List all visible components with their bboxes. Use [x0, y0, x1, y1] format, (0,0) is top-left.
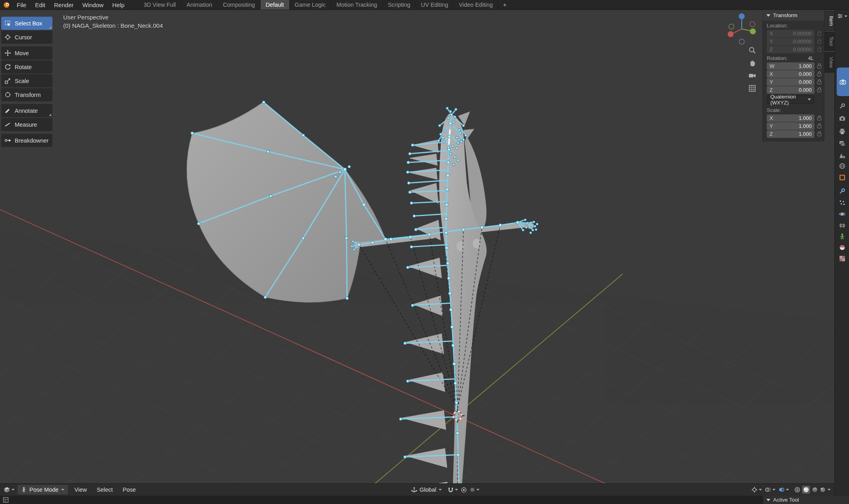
snap-target-button[interactable] — [470, 487, 480, 492]
tool-select-box[interactable]: Select Box — [1, 17, 52, 30]
transform-panel-header[interactable]: Transform — [763, 10, 824, 21]
shading-rendered-button[interactable] — [820, 487, 826, 493]
location-z-row: Z 0.00000 — [763, 45, 824, 53]
viewport-3d-scene[interactable] — [0, 0, 849, 504]
rotation-z-field[interactable]: Z 0.000 — [767, 86, 814, 94]
sidebar-tab-tool[interactable]: Tool — [824, 32, 835, 51]
workspace-tab-game-logic[interactable]: Game Logic — [290, 0, 331, 10]
workspace-tab-uv-editing[interactable]: UV Editing — [416, 0, 454, 10]
rotation-w-field[interactable]: W 1.000 — [767, 62, 814, 70]
tool-cursor[interactable]: Cursor — [1, 31, 52, 44]
properties-tab-constraints[interactable] — [839, 222, 845, 229]
collapse-caret-icon — [766, 14, 770, 17]
properties-tab-object-data[interactable] — [839, 233, 845, 239]
workspace-tab-video-editing[interactable]: Video Editing — [454, 0, 498, 10]
shading-wireframe-button[interactable] — [794, 487, 801, 493]
menu-edit[interactable]: Edit — [31, 0, 50, 10]
footer-menu-select[interactable]: Select — [93, 487, 116, 493]
pan-hand-icon[interactable] — [748, 59, 756, 67]
lock-icon[interactable] — [816, 131, 822, 136]
tool-transform[interactable]: Transform — [1, 88, 52, 101]
transform-orientation-dropdown[interactable]: Global — [411, 487, 442, 493]
scale-z-field[interactable]: Z 1.000 — [767, 130, 814, 138]
rotation-y-field[interactable]: Y 0.000 — [767, 78, 814, 86]
menu-window[interactable]: Window — [78, 0, 108, 10]
properties-tab-scene[interactable] — [839, 153, 845, 159]
lock-icon[interactable] — [816, 124, 822, 128]
lock-icon[interactable] — [816, 71, 822, 76]
properties-tab-tool[interactable] — [839, 103, 845, 109]
rotation-y-row: Y 0.000 — [763, 78, 824, 86]
properties-tab-view-layer[interactable] — [839, 141, 845, 147]
zoom-icon[interactable] — [748, 46, 756, 54]
rotation-mode-dropdown[interactable]: Quaternion (WXYZ) — [767, 95, 814, 104]
workspace-tab-3d-view-full[interactable]: 3D View Full — [138, 0, 181, 10]
location-z-field[interactable]: Z 0.00000 — [767, 46, 814, 53]
properties-tab-texture[interactable] — [839, 255, 845, 262]
show-gizmo-toggle[interactable] — [751, 487, 762, 493]
footer-menu-pose[interactable]: Pose — [119, 487, 139, 493]
sidebar-tab-item[interactable]: Item — [824, 11, 835, 31]
tool-measure[interactable]: Measure — [1, 118, 52, 131]
tool-scale[interactable]: Scale — [1, 74, 52, 87]
location-y-field[interactable]: Y 0.00000 — [767, 38, 814, 45]
lock-icon[interactable] — [816, 47, 822, 52]
lock-icon[interactable] — [816, 64, 822, 68]
active-tool-panel-header[interactable]: Active Tool — [762, 496, 849, 504]
properties-tab-render[interactable] — [839, 115, 845, 122]
properties-tab-output[interactable] — [839, 128, 845, 135]
lock-icon[interactable] — [816, 87, 822, 92]
rotation-4l-toggle[interactable]: 4L — [808, 56, 814, 61]
menu-help[interactable]: Help — [108, 0, 129, 10]
tool-breakdowner[interactable]: Breakdowner — [1, 134, 52, 147]
view-perspective-label: User Perspective — [63, 13, 163, 21]
tool-rotate[interactable]: Rotate — [1, 60, 52, 73]
tool-annotate[interactable]: Annotate — [1, 104, 52, 117]
gizmo-neg-z-axis — [739, 39, 745, 44]
scale-y-field[interactable]: Y 1.000 — [767, 122, 814, 130]
properties-tab-world[interactable] — [839, 163, 845, 169]
workspace-tab-motion-tracking[interactable]: Motion Tracking — [331, 0, 383, 10]
location-x-field[interactable]: X 0.00000 — [767, 30, 814, 37]
properties-tab-material[interactable] — [839, 244, 845, 251]
properties-tab-active[interactable] — [837, 68, 849, 96]
lock-icon[interactable] — [816, 116, 822, 120]
proportional-editing-toggle[interactable] — [461, 487, 467, 493]
perspective-grid-icon[interactable] — [748, 84, 756, 93]
properties-editor-selector[interactable] — [837, 13, 847, 19]
lock-icon[interactable] — [816, 31, 822, 36]
menu-file[interactable]: File — [12, 0, 31, 10]
navigation-gizmo[interactable] — [724, 11, 760, 47]
rotation-x-field[interactable]: X 0.000 — [767, 70, 814, 78]
sidebar-tab-view[interactable]: View — [824, 52, 835, 73]
scale-icon — [4, 77, 11, 84]
shading-solid-button[interactable] — [802, 486, 810, 494]
shading-material-button[interactable] — [812, 487, 818, 493]
workspace-tab-default[interactable]: Default — [261, 0, 290, 10]
workspace-tab-animation[interactable]: Animation — [182, 0, 218, 10]
lock-icon[interactable] — [816, 39, 822, 44]
add-workspace-button[interactable]: + — [498, 0, 511, 10]
footer-menu-view[interactable]: View — [71, 487, 90, 493]
lock-icon[interactable] — [816, 79, 822, 84]
properties-tab-particles[interactable] — [839, 200, 845, 206]
xray-toggle-active[interactable] — [778, 487, 789, 493]
properties-tab-object[interactable] — [839, 174, 845, 181]
workspace-tab-compositing[interactable]: Compositing — [218, 0, 261, 10]
properties-tab-modifiers[interactable] — [839, 188, 845, 194]
properties-tab-physics[interactable] — [839, 211, 845, 217]
tool-move[interactable]: Move — [1, 46, 52, 60]
mode-dropdown[interactable]: Pose Mode — [17, 485, 68, 494]
show-overlays-toggle[interactable] — [765, 487, 776, 493]
tool-label: Annotate — [15, 108, 38, 114]
rotation-label-row: Rotation: 4L — [763, 53, 824, 62]
editor-type-selector[interactable] — [3, 497, 9, 503]
chevron-down-icon — [786, 489, 789, 490]
workspace-tab-scripting[interactable]: Scripting — [383, 0, 416, 10]
editor-type-selector[interactable] — [4, 487, 15, 493]
scale-x-field[interactable]: X 1.000 — [767, 114, 814, 122]
snap-toggle[interactable] — [448, 487, 458, 493]
menu-render[interactable]: Render — [50, 0, 78, 10]
camera-view-icon[interactable] — [748, 71, 756, 80]
blender-logo[interactable] — [0, 0, 12, 10]
